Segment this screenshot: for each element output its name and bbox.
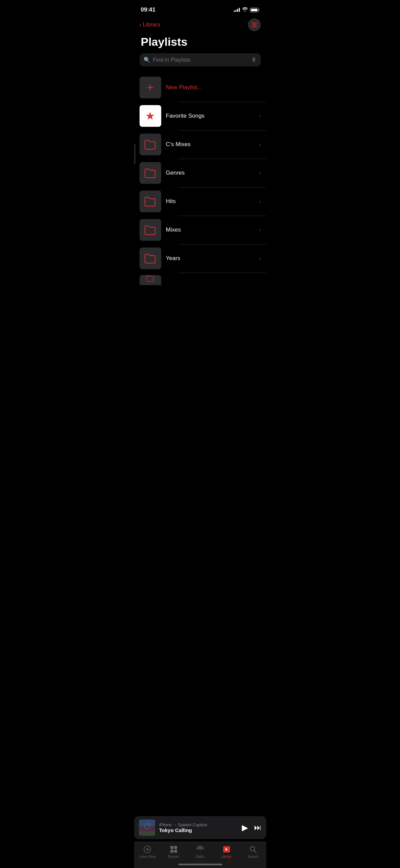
search-bar[interactable]: 🔍 🎙 bbox=[140, 53, 261, 66]
new-playlist-item[interactable]: + New Playlist... bbox=[134, 73, 266, 102]
folder-icon bbox=[144, 139, 156, 150]
new-playlist-artwork: + bbox=[140, 77, 161, 98]
genres-label: Genres bbox=[166, 170, 254, 176]
mixes-item[interactable]: Mixes › bbox=[134, 216, 266, 244]
star-icon: ★ bbox=[145, 110, 155, 122]
microphone-icon[interactable]: 🎙 bbox=[251, 57, 257, 63]
chevron-right-icon: › bbox=[259, 256, 261, 261]
genres-artwork bbox=[140, 162, 161, 184]
favorite-songs-artwork: ★ bbox=[140, 105, 161, 127]
wifi-icon bbox=[242, 7, 248, 13]
new-playlist-label: New Playlist... bbox=[166, 84, 261, 91]
signal-bars-icon bbox=[234, 8, 240, 12]
nav-bar: ‹ Library bbox=[134, 17, 266, 34]
years-label: Years bbox=[166, 255, 254, 262]
status-icons bbox=[234, 7, 259, 13]
folder-icon bbox=[144, 225, 156, 235]
chevron-right-icon: › bbox=[259, 170, 261, 176]
hits-artwork bbox=[140, 191, 161, 212]
back-button[interactable]: ‹ Library bbox=[140, 21, 161, 28]
mixes-artwork bbox=[140, 219, 161, 241]
filter-button[interactable] bbox=[248, 18, 261, 31]
chevron-right-icon: › bbox=[259, 142, 261, 147]
genres-item[interactable]: Genres › bbox=[134, 159, 266, 187]
folder-icon bbox=[144, 196, 156, 206]
back-label: Library bbox=[143, 21, 161, 28]
hits-label: Hits bbox=[166, 198, 254, 205]
partial-artwork bbox=[140, 275, 161, 285]
folder-icon bbox=[144, 253, 156, 263]
chevron-right-icon: › bbox=[259, 199, 261, 204]
playlist-list: + New Playlist... ★ Favorite Songs › C's… bbox=[134, 73, 266, 288]
cs-mixes-item[interactable]: C's Mixes › bbox=[134, 130, 266, 159]
page-title: Playlists bbox=[134, 34, 266, 53]
status-bar: 09:41 bbox=[134, 0, 266, 17]
favorite-songs-item[interactable]: ★ Favorite Songs › bbox=[134, 102, 266, 130]
plus-icon: + bbox=[147, 81, 153, 94]
battery-icon bbox=[250, 8, 259, 12]
hits-item[interactable]: Hits › bbox=[134, 187, 266, 216]
favorite-songs-label: Favorite Songs bbox=[166, 113, 254, 119]
folder-icon-partial bbox=[144, 275, 156, 282]
chevron-right-icon: › bbox=[259, 227, 261, 233]
chevron-right-icon: › bbox=[259, 113, 261, 119]
cs-mixes-label: C's Mixes bbox=[166, 141, 254, 148]
cs-mixes-artwork bbox=[140, 134, 161, 155]
mixes-label: Mixes bbox=[166, 226, 254, 233]
search-icon: 🔍 bbox=[144, 57, 150, 63]
partial-item[interactable] bbox=[134, 273, 266, 288]
folder-icon bbox=[144, 168, 156, 178]
years-artwork bbox=[140, 248, 161, 269]
back-chevron-icon: ‹ bbox=[140, 21, 142, 28]
status-time: 09:41 bbox=[141, 6, 155, 13]
filter-lines-icon bbox=[252, 23, 257, 27]
years-item[interactable]: Years › bbox=[134, 244, 266, 273]
search-input[interactable] bbox=[153, 57, 249, 63]
